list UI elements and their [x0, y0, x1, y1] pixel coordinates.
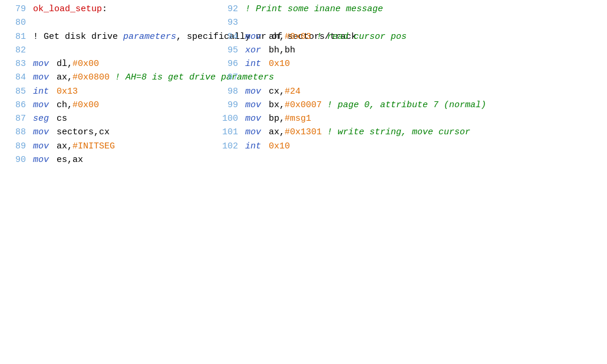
line-number: 96 [217, 57, 238, 71]
line-number: 89 [5, 140, 26, 153]
code-line: 84mov ax,#0x0800 ! AH=8 is get drive par… [5, 71, 212, 84]
code-line: 88mov sectors,cx [5, 125, 212, 139]
code-line: 82 [5, 44, 212, 57]
line-number: 99 [217, 98, 238, 112]
code-line: 79ok_load_setup: [5, 2, 212, 16]
right-column: 92! Print some inane message9394mov ah,#… [212, 2, 607, 362]
line-content: mov ch,#0x00 [33, 98, 99, 112]
line-number: 94 [217, 30, 238, 44]
line-number: 83 [5, 57, 26, 71]
line-number: 93 [217, 16, 238, 29]
line-number: 82 [5, 44, 26, 57]
code-line: 99mov bx,#0x0007 ! page 0, attribute 7 (… [217, 98, 607, 112]
code-line: 86mov ch,#0x00 [5, 98, 212, 112]
code-line: 95xor bh,bh [217, 44, 607, 57]
line-content: mov bp,#msg1 [245, 112, 311, 125]
line-content: ! Print some inane message [245, 2, 383, 16]
code-line: 97 [217, 71, 607, 84]
code-line: 100mov bp,#msg1 [217, 112, 607, 125]
line-number: 98 [217, 85, 238, 98]
line-content: mov cx,#24 [245, 85, 301, 98]
code-line: 96int 0x10 [217, 57, 607, 71]
code-line: 85int 0x13 [5, 85, 212, 98]
line-content: mov dl,#0x00 [33, 57, 99, 71]
code-line: 102int 0x10 [217, 140, 607, 153]
line-number: 79 [5, 2, 26, 16]
line-content: int 0x10 [245, 57, 290, 71]
line-number: 102 [217, 140, 238, 153]
code-line: 98mov cx,#24 [217, 85, 607, 98]
line-content: int 0x13 [33, 85, 78, 98]
line-number: 100 [217, 112, 238, 125]
line-content: int 0x10 [245, 140, 290, 153]
line-content: mov ah,#0x03 ! read cursor pos [245, 30, 407, 44]
code-line: 101mov ax,#0x1301 ! write string, move c… [217, 125, 607, 139]
line-content: mov sectors,cx [33, 125, 110, 139]
line-content: mov bx,#0x0007 ! page 0, attribute 7 (no… [245, 98, 486, 112]
code-view: 79ok_load_setup:8081! Get disk drive par… [0, 0, 607, 364]
line-number: 80 [5, 16, 26, 29]
code-line: 87seg cs [5, 112, 212, 125]
line-number: 95 [217, 44, 238, 57]
code-line: 80 [5, 16, 212, 29]
line-content: mov ax,#0x1301 ! write string, move curs… [245, 125, 470, 139]
code-line: 83mov dl,#0x00 [5, 57, 212, 71]
code-line: 92! Print some inane message [217, 2, 607, 16]
line-number: 81 [5, 30, 26, 44]
line-number: 90 [5, 153, 26, 167]
line-content: ok_load_setup: [33, 2, 107, 16]
line-number: 101 [217, 125, 238, 139]
left-column: 79ok_load_setup:8081! Get disk drive par… [0, 2, 212, 362]
code-line: 89mov ax,#INITSEG [5, 140, 212, 153]
line-number: 92 [217, 2, 238, 16]
line-content: mov es,ax [33, 153, 83, 167]
code-line: 90mov es,ax [5, 153, 212, 167]
code-line: 81! Get disk drive parameters, specifica… [5, 30, 212, 44]
code-line: 94mov ah,#0x03 ! read cursor pos [217, 30, 607, 44]
line-number: 97 [217, 71, 238, 84]
line-number: 88 [5, 125, 26, 139]
line-number: 87 [5, 112, 26, 125]
line-number: 85 [5, 85, 26, 98]
line-number: 84 [5, 71, 26, 84]
line-content: xor bh,bh [245, 44, 295, 57]
code-line: 93 [217, 16, 607, 29]
line-content: mov ax,#INITSEG [33, 140, 115, 153]
line-content: seg cs [33, 112, 67, 125]
line-number: 86 [5, 98, 26, 112]
